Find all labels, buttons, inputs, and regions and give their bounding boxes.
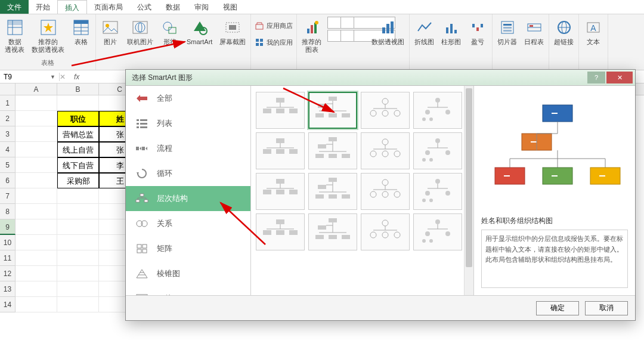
cell[interactable] xyxy=(16,281,57,297)
sparkline-winloss-button[interactable]: 盈亏 xyxy=(467,17,488,47)
cell[interactable] xyxy=(16,219,57,235)
row-head[interactable]: 2 xyxy=(0,111,16,126)
category-cycle[interactable]: 循环 xyxy=(126,161,250,186)
row-head[interactable]: 9 xyxy=(0,219,16,235)
layout-thumb[interactable] xyxy=(361,213,410,250)
layout-thumb[interactable] xyxy=(413,173,462,210)
fx-icon[interactable]: fx xyxy=(69,73,84,81)
category-matrix[interactable]: 矩阵 xyxy=(126,236,250,261)
tab-formulas[interactable]: 公式 xyxy=(130,0,159,14)
name-box[interactable]: T9 ▼ xyxy=(0,73,60,81)
layout-thumb[interactable] xyxy=(256,173,305,210)
timeline-button[interactable]: 日程表 xyxy=(523,17,545,47)
row-head[interactable]: 3 xyxy=(0,126,16,142)
layout-thumb[interactable] xyxy=(361,92,410,129)
pivot-table-button[interactable]: 数据 透视表 xyxy=(4,17,26,55)
cell[interactable]: 线上自营 xyxy=(57,142,99,157)
cancel-formula-icon[interactable]: ✕ xyxy=(60,73,66,81)
cell[interactable] xyxy=(16,250,57,266)
dialog-close-button[interactable]: ✕ xyxy=(606,72,633,83)
slicer-button[interactable]: 切片器 xyxy=(496,17,518,47)
table-button[interactable]: 表格 xyxy=(70,17,92,47)
sparkline-line-button[interactable]: 折线图 xyxy=(413,17,435,47)
hyperlink-button[interactable]: 超链接 xyxy=(553,17,575,47)
tab-view[interactable]: 视图 xyxy=(216,0,244,14)
layout-thumb[interactable] xyxy=(256,92,305,129)
col-head-b[interactable]: B xyxy=(57,83,99,95)
category-picture[interactable]: 图片 xyxy=(126,286,250,295)
cell[interactable] xyxy=(16,204,57,219)
layout-thumb[interactable] xyxy=(413,213,462,250)
cell[interactable] xyxy=(16,95,57,111)
layout-thumb[interactable] xyxy=(256,213,305,250)
recommended-pivot-button[interactable]: 推荐的 数据透视表 xyxy=(30,17,66,55)
row-head[interactable]: 11 xyxy=(0,250,16,266)
layout-thumb[interactable] xyxy=(308,173,357,210)
pivot-chart-button[interactable]: 数据透视图 xyxy=(370,17,405,47)
gallery-scrollbar[interactable] xyxy=(464,86,473,295)
row-head[interactable]: 1 xyxy=(0,95,16,111)
layout-thumb[interactable] xyxy=(308,92,357,129)
tab-file[interactable]: 文件 xyxy=(0,0,29,14)
cell[interactable] xyxy=(16,266,57,281)
tab-home[interactable]: 开始 xyxy=(29,0,57,14)
cell[interactable]: 营销总监 xyxy=(57,126,99,142)
tab-data[interactable]: 数据 xyxy=(159,0,187,14)
cell[interactable] xyxy=(16,235,57,250)
row-head[interactable]: 6 xyxy=(0,173,16,188)
category-hierarchy[interactable]: 层次结构 xyxy=(126,186,250,211)
smartart-button[interactable]: SmartArt xyxy=(185,17,213,47)
layout-thumb[interactable] xyxy=(361,173,410,210)
cell[interactable] xyxy=(16,142,57,157)
row-head[interactable]: 12 xyxy=(0,266,16,281)
my-apps-button[interactable]: 我的应用 xyxy=(255,35,293,50)
scrollbar-thumb[interactable] xyxy=(466,88,472,267)
row-head[interactable]: 14 xyxy=(0,297,16,312)
tab-review[interactable]: 审阅 xyxy=(187,0,216,14)
app-store-button[interactable]: 应用商店 xyxy=(255,18,293,33)
layout-thumb[interactable] xyxy=(256,132,305,169)
cell[interactable] xyxy=(57,266,99,281)
cell[interactable] xyxy=(57,219,99,235)
cell[interactable] xyxy=(57,204,99,219)
dialog-titlebar[interactable]: 选择 SmartArt 图形 ? ✕ xyxy=(126,70,635,85)
row-head[interactable]: 8 xyxy=(0,204,16,219)
shapes-button[interactable]: 形状 xyxy=(159,17,181,47)
cell[interactable] xyxy=(57,250,99,266)
cell[interactable]: 采购部 xyxy=(57,173,99,188)
row-head[interactable]: 7 xyxy=(0,188,16,204)
category-process[interactable]: 流程 xyxy=(126,136,250,161)
cell[interactable] xyxy=(57,188,99,204)
online-picture-button[interactable]: 联机图片 xyxy=(126,17,154,47)
cell[interactable] xyxy=(16,111,57,126)
cell[interactable] xyxy=(57,281,99,297)
layout-thumb[interactable] xyxy=(361,132,410,169)
screenshot-button[interactable]: 屏幕截图 xyxy=(218,17,247,47)
category-list[interactable]: 列表 xyxy=(126,111,250,136)
cell[interactable] xyxy=(16,157,57,173)
cell[interactable]: 职位 xyxy=(57,111,99,126)
col-head-a[interactable]: A xyxy=(16,83,57,95)
recommended-charts-button[interactable]: 推荐的 图表 xyxy=(301,17,323,55)
layout-thumb[interactable] xyxy=(308,132,357,169)
dialog-help-button[interactable]: ? xyxy=(587,72,605,83)
cell[interactable] xyxy=(16,173,57,188)
layout-thumb[interactable] xyxy=(413,92,462,129)
cell[interactable] xyxy=(16,126,57,142)
cell[interactable] xyxy=(57,95,99,111)
tab-insert[interactable]: 插入 xyxy=(57,0,87,14)
cell[interactable] xyxy=(57,297,99,312)
row-head[interactable]: 4 xyxy=(0,142,16,157)
cell[interactable] xyxy=(57,235,99,250)
row-head[interactable]: 10 xyxy=(0,235,16,250)
chart-type-gallery[interactable] xyxy=(327,17,366,42)
picture-button[interactable]: 图片 xyxy=(100,17,121,47)
layout-thumb[interactable] xyxy=(413,132,462,169)
cell[interactable] xyxy=(16,297,57,312)
row-head[interactable]: 5 xyxy=(0,157,16,173)
row-head[interactable]: 13 xyxy=(0,281,16,297)
cancel-button[interactable]: 取消 xyxy=(585,301,628,315)
sparkline-column-button[interactable]: 柱形图 xyxy=(440,17,462,47)
cell[interactable] xyxy=(16,188,57,204)
layout-thumb[interactable] xyxy=(308,213,357,250)
